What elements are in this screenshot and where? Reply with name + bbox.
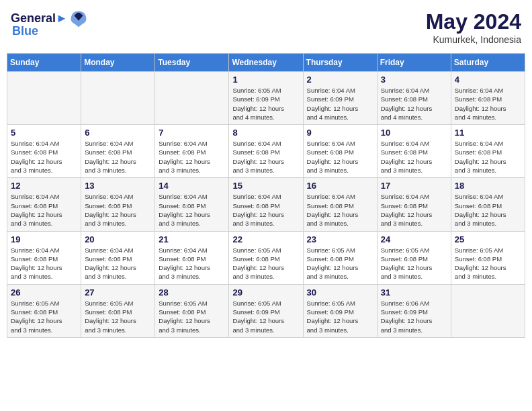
day-header-monday: Monday — [81, 54, 155, 72]
day-info: Sunrise: 6:04 AMSunset: 6:08 PMDaylight:… — [232, 139, 299, 175]
day-info-line: Daylight: 12 hours — [159, 264, 210, 271]
day-info: Sunrise: 6:05 AMSunset: 6:08 PMDaylight:… — [381, 246, 447, 281]
calendar-cell: 31Sunrise: 6:06 AMSunset: 6:09 PMDayligh… — [377, 284, 451, 337]
day-info-line: Daylight: 12 hours — [307, 211, 359, 218]
day-info: Sunrise: 6:05 AMSunset: 6:09 PMDaylight:… — [232, 86, 299, 122]
day-number: 17 — [381, 181, 447, 191]
day-info-line: Sunset: 6:08 PM — [11, 308, 58, 316]
day-info-line: and 3 minutes. — [85, 273, 126, 280]
calendar-cell — [451, 284, 525, 337]
day-info-line: and 3 minutes. — [307, 326, 349, 334]
calendar-cell: 3Sunrise: 6:04 AMSunset: 6:08 PMDaylight… — [377, 72, 451, 125]
day-info-line: Sunrise: 6:05 AM — [232, 246, 281, 254]
day-number: 28 — [159, 287, 225, 298]
calendar-cell — [7, 72, 81, 125]
day-info-line: and 3 minutes. — [85, 167, 126, 174]
calendar-cell: 13Sunrise: 6:04 AMSunset: 6:08 PMDayligh… — [81, 178, 155, 231]
day-info-line: Sunset: 6:08 PM — [381, 148, 428, 156]
week-row-4: 19Sunrise: 6:04 AMSunset: 6:08 PMDayligh… — [7, 231, 525, 284]
calendar-cell: 19Sunrise: 6:04 AMSunset: 6:08 PMDayligh… — [7, 231, 81, 284]
day-info: Sunrise: 6:04 AMSunset: 6:08 PMDaylight:… — [307, 139, 373, 175]
day-info-line: Sunset: 6:09 PM — [307, 308, 354, 316]
day-info-line: Sunrise: 6:04 AM — [232, 193, 281, 200]
day-info-line: Daylight: 12 hours — [381, 158, 433, 165]
day-info-line: Sunset: 6:08 PM — [381, 255, 428, 263]
calendar-cell: 18Sunrise: 6:04 AMSunset: 6:08 PMDayligh… — [451, 178, 525, 231]
day-info-line: and 3 minutes. — [307, 220, 349, 227]
day-info-line: Sunset: 6:08 PM — [381, 95, 428, 103]
day-info-line: Sunrise: 6:04 AM — [159, 193, 207, 200]
day-info-line: and 4 minutes. — [455, 113, 496, 121]
day-info: Sunrise: 6:05 AMSunset: 6:08 PMDaylight:… — [159, 299, 225, 334]
month-title: May 2024 — [426, 9, 521, 34]
week-row-1: 1Sunrise: 6:05 AMSunset: 6:09 PMDaylight… — [7, 72, 525, 125]
calendar-cell: 15Sunrise: 6:04 AMSunset: 6:08 PMDayligh… — [229, 178, 303, 231]
day-header-wednesday: Wednesday — [229, 54, 303, 72]
day-number: 6 — [85, 128, 151, 138]
calendar-cell: 14Sunrise: 6:04 AMSunset: 6:08 PMDayligh… — [155, 178, 229, 231]
day-number: 19 — [11, 234, 77, 244]
day-info-line: Sunset: 6:09 PM — [381, 308, 428, 316]
day-number: 24 — [381, 234, 447, 244]
calendar-cell: 25Sunrise: 6:05 AMSunset: 6:08 PMDayligh… — [451, 231, 525, 284]
day-info-line: and 3 minutes. — [159, 220, 200, 227]
day-info-line: Sunrise: 6:05 AM — [85, 300, 133, 307]
day-info-line: Sunrise: 6:04 AM — [159, 246, 207, 254]
day-info-line: Daylight: 12 hours — [232, 158, 284, 165]
logo-icon — [69, 9, 88, 28]
day-number: 22 — [232, 234, 299, 244]
day-info-line: and 3 minutes. — [455, 273, 496, 280]
calendar-cell: 8Sunrise: 6:04 AMSunset: 6:08 PMDaylight… — [229, 125, 303, 178]
day-info-line: Sunset: 6:08 PM — [307, 148, 354, 156]
calendar-cell: 30Sunrise: 6:05 AMSunset: 6:09 PMDayligh… — [303, 284, 377, 337]
day-info-line: and 3 minutes. — [232, 220, 274, 227]
day-number: 25 — [455, 234, 521, 244]
day-info-line: Daylight: 12 hours — [232, 264, 284, 271]
day-info-line: Sunrise: 6:05 AM — [307, 300, 355, 307]
day-info: Sunrise: 6:04 AMSunset: 6:08 PMDaylight:… — [159, 192, 225, 228]
day-info-line: Sunrise: 6:05 AM — [11, 300, 59, 307]
day-number: 30 — [307, 287, 373, 298]
day-info-line: and 3 minutes. — [85, 326, 126, 334]
week-row-2: 5Sunrise: 6:04 AMSunset: 6:08 PMDaylight… — [7, 125, 525, 178]
day-info-line: Sunset: 6:08 PM — [159, 255, 206, 263]
day-info-line: and 3 minutes. — [11, 326, 52, 334]
title-block: May 2024 Kumurkek, Indonesia — [426, 9, 521, 45]
week-row-3: 12Sunrise: 6:04 AMSunset: 6:08 PMDayligh… — [7, 178, 525, 231]
day-number: 18 — [455, 181, 521, 191]
calendar-cell: 6Sunrise: 6:04 AMSunset: 6:08 PMDaylight… — [81, 125, 155, 178]
calendar-cell: 24Sunrise: 6:05 AMSunset: 6:08 PMDayligh… — [377, 231, 451, 284]
day-number: 13 — [85, 181, 151, 191]
day-info-line: Sunset: 6:08 PM — [11, 202, 58, 210]
day-info-line: Daylight: 12 hours — [85, 211, 136, 218]
day-info-line: Sunset: 6:08 PM — [11, 148, 58, 156]
day-info: Sunrise: 6:05 AMSunset: 6:08 PMDaylight:… — [232, 246, 299, 281]
day-info-line: Daylight: 12 hours — [381, 211, 433, 218]
calendar-cell: 27Sunrise: 6:05 AMSunset: 6:08 PMDayligh… — [81, 284, 155, 337]
day-number: 21 — [159, 234, 225, 244]
day-info-line: Sunset: 6:08 PM — [159, 148, 206, 156]
day-info-line: Sunrise: 6:04 AM — [85, 193, 133, 200]
calendar-cell: 23Sunrise: 6:05 AMSunset: 6:08 PMDayligh… — [303, 231, 377, 284]
day-number: 31 — [381, 287, 447, 298]
day-info-line: Sunset: 6:08 PM — [455, 95, 502, 103]
day-info-line: Sunset: 6:08 PM — [455, 202, 502, 210]
day-info-line: Daylight: 12 hours — [381, 264, 433, 271]
day-info-line: and 4 minutes. — [307, 113, 349, 121]
day-info-line: Sunrise: 6:04 AM — [307, 140, 355, 147]
day-info-line: Sunset: 6:08 PM — [159, 202, 206, 210]
day-info-line: Sunset: 6:08 PM — [455, 148, 502, 156]
calendar-cell: 4Sunrise: 6:04 AMSunset: 6:08 PMDaylight… — [451, 72, 525, 125]
day-info-line: Sunrise: 6:05 AM — [307, 246, 355, 254]
day-info-line: and 3 minutes. — [381, 273, 423, 280]
day-number: 16 — [307, 181, 373, 191]
day-info-line: Sunrise: 6:04 AM — [159, 140, 207, 147]
day-info: Sunrise: 6:04 AMSunset: 6:08 PMDaylight:… — [159, 139, 225, 175]
day-info-line: Sunset: 6:08 PM — [85, 148, 132, 156]
day-info-line: Daylight: 12 hours — [307, 105, 359, 112]
day-info-line: Sunset: 6:08 PM — [159, 308, 206, 316]
day-info-line: Daylight: 12 hours — [11, 317, 62, 324]
calendar-cell: 10Sunrise: 6:04 AMSunset: 6:08 PMDayligh… — [377, 125, 451, 178]
day-info-line: Daylight: 12 hours — [455, 105, 506, 112]
days-header-row: SundayMondayTuesdayWednesdayThursdayFrid… — [7, 54, 525, 72]
